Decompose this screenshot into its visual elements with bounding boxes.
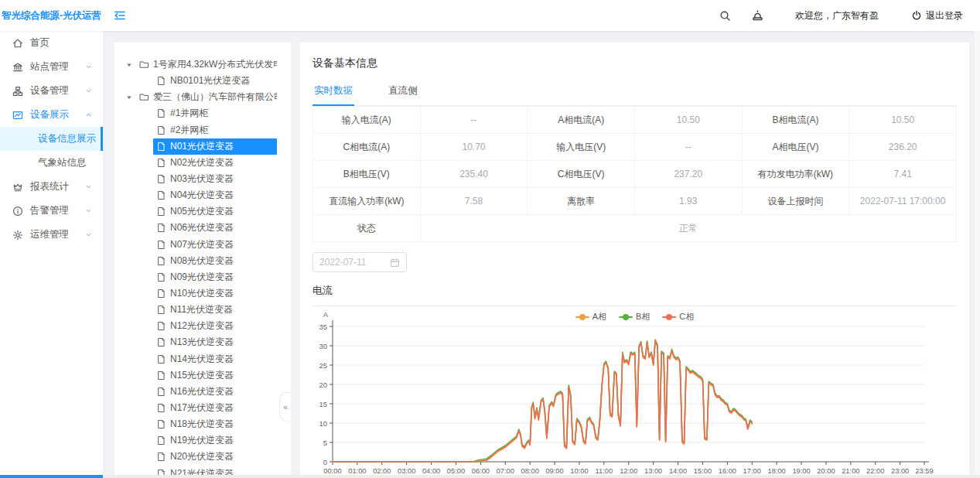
sidebar-item-5[interactable]: 气象站信息: [0, 151, 103, 175]
tree-node-device-16[interactable]: N12光伏逆变器: [114, 318, 291, 334]
tree-node-label: N16光伏逆变器: [170, 385, 234, 398]
sidebar-item-4[interactable]: 设备信息展示: [0, 127, 103, 151]
svg-text:03:00: 03:00: [398, 467, 415, 475]
sidebar-item-7[interactable]: 告警管理: [0, 199, 103, 223]
legend-item-C相[interactable]: C相: [662, 311, 694, 323]
vertical-scrollbar[interactable]: [973, 31, 980, 478]
horizontal-scrollbar-thumb[interactable]: [0, 475, 103, 478]
table-row-4: 状态正常: [313, 215, 957, 242]
sidebar-menu: 首页站点管理设备管理设备展示设备信息展示气象站信息报表统计告警管理运维管理: [0, 31, 103, 247]
tree-node-label: N15光伏逆变器: [170, 369, 234, 382]
menu-fold-icon[interactable]: [114, 9, 126, 22]
field-value: 1.93: [634, 188, 742, 215]
table-row-3: 直流输入功率(kW)7.58离散率1.93设备上报时间2022-07-11 17…: [313, 188, 957, 215]
tree-node-device-14[interactable]: N10光伏逆变器: [114, 285, 291, 302]
field-value: --: [634, 134, 742, 161]
field-value: 10.70: [420, 134, 528, 161]
tree-node-device-1[interactable]: NB0101光伏逆变器: [114, 73, 291, 89]
tree-collapse-handle[interactable]: «: [279, 392, 291, 422]
tree-node-device-8[interactable]: N04光伏逆变器: [114, 187, 291, 203]
svg-text:10:00: 10:00: [570, 467, 588, 475]
calendar-icon: [390, 258, 400, 268]
caret-down-icon[interactable]: [125, 94, 136, 101]
sidebar-item-label: 气象站信息: [38, 156, 87, 169]
tree-node-device-23[interactable]: N19光伏逆变器: [114, 432, 291, 449]
file-icon: [156, 305, 166, 315]
file-icon: [156, 403, 166, 413]
svg-text:14:00: 14:00: [669, 467, 687, 475]
tree-node-device-18[interactable]: N14光伏逆变器: [114, 351, 291, 367]
sidebar-item-label: 首页: [30, 36, 50, 50]
field-value: 10.50: [634, 107, 742, 134]
file-icon: [156, 223, 166, 233]
tab-bar: 实时数据直流侧: [312, 80, 957, 106]
logout-button[interactable]: 退出登录: [911, 9, 963, 22]
tree-node-device-12[interactable]: N08光伏逆变器: [114, 253, 291, 269]
tree-node-label: N04光伏逆变器: [170, 189, 234, 202]
tree-node-device-3[interactable]: #1并网柜: [114, 105, 291, 121]
legend-label: A相: [592, 311, 606, 323]
legend-label: B相: [636, 311, 650, 323]
tree-node-device-20[interactable]: N16光伏逆变器: [114, 384, 291, 400]
tree-node-device-22[interactable]: N18光伏逆变器: [114, 416, 291, 432]
legend-item-B相[interactable]: B相: [619, 311, 650, 323]
tree-node-label: N01光伏逆变器: [170, 140, 234, 153]
sidebar-item-8[interactable]: 运维管理: [0, 223, 103, 247]
file-icon: [156, 337, 166, 347]
date-picker[interactable]: 2022-07-11: [312, 252, 407, 272]
tree-node-label: N06光伏逆变器: [170, 221, 234, 234]
tree-node-device-6[interactable]: N02光伏逆变器: [114, 155, 291, 171]
svg-text:0: 0: [323, 458, 327, 466]
file-icon: [156, 142, 166, 152]
sidebar-item-label: 站点管理: [30, 60, 69, 73]
sidebar-item-6[interactable]: 报表统计: [0, 175, 103, 199]
field-value: 7.41: [849, 161, 957, 188]
tree-node-label: N13光伏逆变器: [170, 336, 234, 349]
tree-node-device-11[interactable]: N07光伏逆变器: [114, 237, 291, 253]
field-label: 直流输入功率(kW): [313, 188, 421, 215]
current-chart: A相B相C相 05101520253035A00:0001:0002:0003:…: [312, 308, 957, 478]
field-label: B相电流(A): [742, 107, 849, 134]
caret-down-icon[interactable]: [125, 61, 136, 69]
svg-text:04:00: 04:00: [422, 467, 440, 475]
top-bar-right: 欢迎您，广东智有盈 退出登录: [699, 9, 980, 22]
svg-text:08:00: 08:00: [521, 467, 539, 475]
field-value: 237.20: [634, 161, 742, 188]
tree-node-device-21[interactable]: N17光伏逆变器: [114, 400, 291, 416]
field-label: 状态: [313, 215, 421, 242]
file-icon: [156, 321, 166, 331]
tree-node-device-24[interactable]: N20光伏逆变器: [114, 449, 291, 465]
tree-node-device-10[interactable]: N06光伏逆变器: [114, 220, 291, 236]
file-icon: [156, 435, 166, 446]
sidebar-item-0[interactable]: 首页: [0, 31, 103, 55]
tree-node-label: N07光伏逆变器: [170, 238, 234, 251]
tree-node-device-7[interactable]: N03光伏逆变器: [114, 171, 291, 187]
top-bar: 智光综合能源-光伏运营 欢迎您，广东智有盈 退出登录: [0, 0, 980, 31]
svg-text:13:00: 13:00: [644, 467, 662, 475]
tree-node-label: #1并网柜: [170, 107, 208, 120]
tree-node-device-15[interactable]: N11光伏逆变器: [114, 302, 291, 318]
tab-1[interactable]: 直流侧: [387, 80, 419, 105]
tree-node-station-2[interactable]: 爱三（佛山）汽车部件有限公司光伏发: [114, 89, 291, 105]
sidebar-item-1[interactable]: 站点管理: [0, 55, 103, 79]
search-icon[interactable]: [719, 10, 731, 22]
tree-node-device-4[interactable]: #2并网柜: [114, 122, 291, 138]
legend-item-A相[interactable]: A相: [575, 311, 606, 323]
tree-node-device-5[interactable]: N01光伏逆变器: [114, 138, 291, 155]
tree-node-device-13[interactable]: N09光伏逆变器: [114, 269, 291, 285]
sidebar-item-2[interactable]: 设备管理: [0, 79, 103, 103]
file-icon: [156, 452, 166, 462]
tree-node-station-0[interactable]: 1号家用4.32kW分布式光伏发电站: [114, 56, 291, 73]
tab-0[interactable]: 实时数据: [312, 80, 354, 106]
sidebar-item-3[interactable]: 设备展示: [0, 103, 103, 127]
tree-node-device-17[interactable]: N13光伏逆变器: [114, 334, 291, 350]
alarm-icon[interactable]: [751, 9, 764, 22]
tree-node-device-9[interactable]: N05光伏逆变器: [114, 203, 291, 220]
sidebar-item-label: 设备信息展示: [38, 132, 96, 145]
file-icon: [156, 240, 166, 250]
tree-node-device-19[interactable]: N15光伏逆变器: [114, 367, 291, 384]
chart-section-title: 电流: [312, 284, 957, 306]
bank-icon: [12, 62, 23, 73]
field-label: C相电流(A): [313, 134, 421, 161]
field-label: 离散率: [528, 188, 635, 215]
